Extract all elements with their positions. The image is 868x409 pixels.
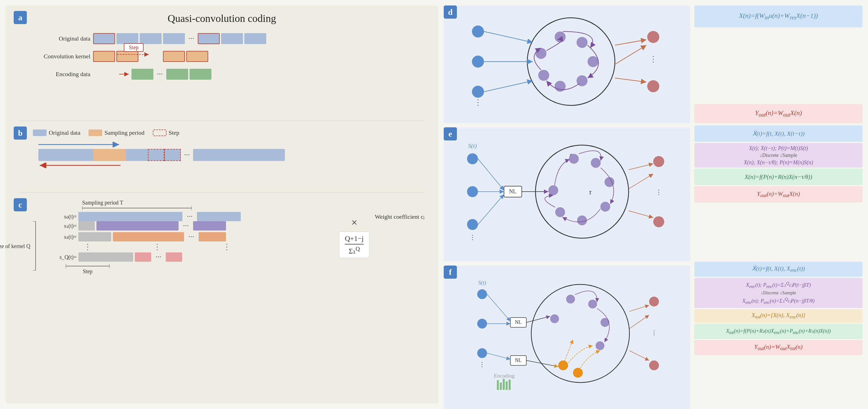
eq-f-2: Xenc(t); Penc(t)=Σ₁QcⱼP(t−jβT) ↓Discrete… [694,278,863,308]
eq-e-1-text: Ẋ(t)=f(t, X(t), X(t−τ)) [752,130,805,137]
e-out-1 [653,156,664,167]
col-dots-2: ⋮ [99,243,216,251]
s2-label: s₂(t)= [33,233,77,240]
e-res-2 [591,158,601,168]
e-out-arr-1 [629,164,653,170]
res-node-1 [555,31,566,42]
e-out-dots: ⋮ [655,189,662,196]
res-node-3 [588,56,598,67]
f-enc-arr-1 [568,346,593,363]
bar-blue-right [193,149,285,161]
block-2 [116,33,138,44]
step-box: Step [124,43,144,52]
kernel-block-3 [163,51,185,62]
eq-e-2-text: X(t); X(t−τ); P(t)=M(t)S(t) [749,145,808,151]
eq-f-4-text: Xtot(n)=[X(n), Xenc(n)] [752,312,805,320]
e-res-4 [600,202,610,212]
output-node-1 [647,31,659,43]
s1-gray [78,221,95,230]
bar-step-2 [164,149,181,161]
f-out-arr-3 [629,351,649,360]
eq-d-2-text: Yout(n)=WoutX(n) [755,109,802,118]
f-nl-text-2: NL [515,357,522,363]
dots-1: ··· [186,34,196,43]
out-arrow-1 [615,40,646,45]
f-nl2-to-res [526,360,558,367]
enc-bar-4 [506,381,507,390]
step-arrow [117,52,150,57]
e-arr-1 [478,159,504,190]
e-in-3 [467,219,478,230]
size-bracket-svg [30,221,38,271]
eq-f-6: Yout(n)=WoutXtot(n) [694,340,863,355]
encoding-blocks: ··· [93,69,419,80]
enc-block-2 [166,69,188,80]
section-e-label: e [444,127,457,140]
res-node-5 [555,81,566,92]
f-res-1 [566,294,575,303]
kernel-blocks: Step [93,51,419,62]
legend-box-step [153,129,166,136]
section-c-label: c [14,198,27,211]
right-panel: d ⋮ [444,5,863,404]
f-in-3 [477,348,487,358]
main-bar: ··· [38,149,285,161]
f-in-dots: ⋮ [479,361,485,368]
eq-f-5-text: Xtot(n)=f(P(n)+R₂(n)Xenc(n)+Penc(n)+R₁(n… [726,328,831,335]
sQ-label: s_Q(t)= [33,254,77,260]
eq-group-e: Ẋ(t)=f(t, X(t), X(t−τ)) X(t); X(t−τ); P(… [694,125,863,259]
network-e-svg: ⋮ S(t) NL θ τ [448,131,683,252]
legend-box-blue [33,129,46,136]
f-encoding-label: Encoding [494,373,515,379]
divider-ab [19,121,425,121]
kernel-block-1 [93,51,115,62]
f-res-2 [588,300,597,308]
bar-dots: ··· [181,151,193,159]
s2-orange [113,232,184,242]
legend-original-label: Original data [49,129,80,136]
col-dots-3: ⋮ [217,243,236,251]
e-res-7 [548,185,558,195]
section-d: d ⋮ [444,5,690,123]
section-a-label: a [14,11,27,24]
encoding-arrow [119,71,130,77]
f-enc-arr-3 [564,340,573,362]
e-in-1 [467,153,478,164]
network-f-svg: ⋮ S(t) NL NL Encoding [448,270,683,409]
col-dots-1: ⋮ [78,243,97,251]
res-node-7 [535,48,547,59]
e-in-dots: ⋮ [469,234,476,241]
legend-row: Original data Sampling period Step [33,129,425,136]
f-out-1 [649,297,659,307]
input-node-3 [472,86,484,98]
bar-step-1 [148,149,164,161]
e-res-6 [555,207,565,217]
sQ-gray [78,252,133,262]
legend-original: Original data [33,129,80,136]
direction-section: ··· [33,142,425,168]
eq-e-2: X(t); X(t−τ); P(t)=M(t)S(t) ↓Discrete ↓S… [694,143,863,167]
f-in-2 [477,319,487,328]
qcc-diagram: Original data ··· Convolution kernel [14,29,430,84]
f-out-2 [649,360,659,370]
s2-row: s₂(t)= ··· [33,232,331,242]
e-in-2 [467,186,478,197]
s1-purple [96,221,179,230]
e-arr-3 [478,194,504,224]
weight-section: Weight coefficient cⱼ [375,199,425,275]
sampling-brace [82,206,192,210]
encoding-data-row: Encoding data [30,68,419,80]
eq-d-1-text: X(n)=f(Winu(n)+WresX(n−1)) [739,12,818,21]
s0-block-2 [197,212,241,221]
block-7 [244,33,266,44]
step-brace [66,264,110,268]
f-arr-1 [487,294,510,321]
equations-panel: X(n)=f(Winu(n)+WresX(n−1)) Yout(n)=WoutX… [694,5,863,404]
bar-orange [93,149,126,161]
f-out-arr-2 [629,315,649,328]
s2-orange-2 [198,232,226,242]
section-a-title: Quasi-convolution coding [14,11,430,29]
sQ-row: s_Q(t)= ··· [33,252,331,262]
legend-sampling-label: Sampling period [104,129,144,136]
original-data-label: Original data [30,35,90,42]
